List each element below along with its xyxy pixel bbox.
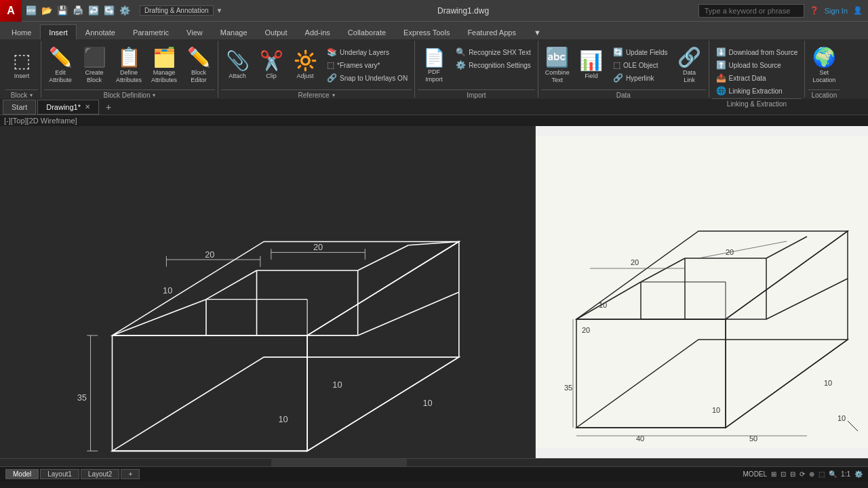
model-tab[interactable]: Model xyxy=(5,469,39,479)
location-group-items: 🌍 SetLocation xyxy=(808,41,840,88)
quick-access-toolbar: 🆕 📂 💾 🖨️ ↩️ ↪️ ⚙️ xyxy=(22,4,134,17)
create-block-icon: ⬛ xyxy=(83,48,106,67)
edit-attribute-button[interactable]: ✏️ EditAttribute xyxy=(44,43,77,88)
underlay-layers-button[interactable]: 📚 Underlay Layers xyxy=(323,46,412,58)
recognition-settings-button[interactable]: ⚙️ Recognition Settings xyxy=(452,59,535,71)
snap-icon[interactable]: ⊡ xyxy=(781,470,786,478)
open-button[interactable]: 📂 xyxy=(40,4,54,17)
block-def-label-text: Block Definition xyxy=(104,92,151,99)
underlay-layers-label: Underlay Layers xyxy=(340,49,389,56)
workspace-dropdown[interactable]: Drafting & Annotation xyxy=(140,5,214,16)
ribbon-group-block: ⬚ Insert Block ▾ xyxy=(3,41,41,98)
block-dropdown-arrow: ▾ xyxy=(30,92,33,98)
field-button[interactable]: 📊 Field xyxy=(575,43,608,88)
ortho-icon[interactable]: ⊟ xyxy=(790,470,795,478)
frames-vary-label: *Frames vary* xyxy=(337,62,380,69)
settings-button[interactable]: ⚙️ xyxy=(118,4,132,17)
tab-home[interactable]: Home xyxy=(3,24,40,39)
app-button[interactable]: A xyxy=(0,0,22,22)
ole-object-button[interactable]: ⬚ OLE Object xyxy=(609,59,672,71)
sign-in-button[interactable]: Sign In xyxy=(825,7,848,15)
tab-add-ins[interactable]: Add-ins xyxy=(296,24,339,39)
block-group-items: ⬚ Insert xyxy=(5,41,38,88)
print-button[interactable]: 🖨️ xyxy=(71,4,85,17)
recognize-shx-icon: 🔍 xyxy=(456,47,466,57)
combine-text-button[interactable]: 🔤 CombineText xyxy=(541,43,574,88)
clip-button[interactable]: ✂️ Clip xyxy=(255,43,288,88)
svg-text:20: 20 xyxy=(313,242,323,252)
linking-extraction-button[interactable]: 🌐 Linking Extraction xyxy=(712,85,802,97)
polar-icon[interactable]: ⟳ xyxy=(800,470,805,478)
redo-button[interactable]: ↪️ xyxy=(102,4,116,17)
attach-button[interactable]: 📎 Attach xyxy=(221,43,254,88)
tab-output[interactable]: Output xyxy=(256,24,296,39)
doc-tab-add[interactable]: + xyxy=(100,100,117,114)
search-input[interactable] xyxy=(698,4,804,18)
adjust-button[interactable]: 🔆 Adjust xyxy=(289,43,321,88)
tab-more[interactable]: ▼ xyxy=(525,24,550,39)
canvas-container: 20 20 35 40 50 xyxy=(0,126,868,458)
doc-tab-close[interactable]: ✕ xyxy=(85,103,90,110)
ribbon-content: ⬚ Insert Block ▾ ✏️ EditAttribute ⬛ Crea… xyxy=(0,39,868,99)
extract-data-button[interactable]: 📤 Extract Data xyxy=(712,72,802,84)
new-button[interactable]: 🆕 xyxy=(24,4,38,17)
tab-collaborate[interactable]: Collaborate xyxy=(339,24,395,39)
update-fields-button[interactable]: 🔄 Update Fields xyxy=(609,46,672,58)
tab-view[interactable]: View xyxy=(178,24,212,39)
3d-icon[interactable]: ⬚ xyxy=(818,470,825,478)
svg-text:20: 20 xyxy=(582,326,590,334)
hyperlink-label: Hyperlink xyxy=(626,75,654,82)
tab-annotate[interactable]: Annotate xyxy=(77,24,124,39)
tab-manage[interactable]: Manage xyxy=(212,24,256,39)
location-group-label: Location xyxy=(808,89,840,100)
hyperlink-button[interactable]: 🔗 Hyperlink xyxy=(609,72,672,84)
undo-button[interactable]: ↩️ xyxy=(87,4,100,17)
download-source-button[interactable]: ⬇️ Download from Source xyxy=(712,46,802,58)
layout2-tab[interactable]: Layout2 xyxy=(81,469,120,479)
set-location-button[interactable]: 🌍 SetLocation xyxy=(808,43,840,88)
combine-text-label: CombineText xyxy=(545,69,570,84)
main-area: [-][Top][2D Wireframe] xyxy=(0,115,868,458)
recognition-settings-label: Recognition Settings xyxy=(469,62,531,69)
save-button[interactable]: 💾 xyxy=(56,4,69,17)
osnap-icon[interactable]: ⊕ xyxy=(809,470,814,478)
insert-label: Insert xyxy=(14,73,30,80)
left-canvas[interactable]: 20 20 35 40 50 xyxy=(0,126,536,458)
display-settings-icon[interactable]: ⚙️ xyxy=(854,470,863,478)
svg-text:10: 10 xyxy=(837,414,846,422)
doc-tab-drawing1[interactable]: Drawing1* ✕ xyxy=(37,100,99,115)
pdf-import-icon: 📄 xyxy=(423,49,445,66)
tab-insert[interactable]: Insert xyxy=(40,24,77,39)
pdf-import-button[interactable]: 📄 PDFImport xyxy=(418,43,450,88)
help-icon[interactable]: ❓ xyxy=(810,6,819,15)
recognize-shx-label: Recognize SHX Text xyxy=(469,49,531,56)
tab-parametric[interactable]: Parametric xyxy=(124,24,178,39)
upload-source-button[interactable]: ⬆️ Upload to Source xyxy=(712,59,802,71)
grid-icon[interactable]: ⊞ xyxy=(771,470,776,478)
zoom-icon[interactable]: 🔍 xyxy=(829,470,837,478)
insert-button[interactable]: ⬚ Insert xyxy=(5,43,38,88)
block-editor-button[interactable]: ✏️ BlockEditor xyxy=(182,43,215,88)
tab-featured[interactable]: Featured Apps xyxy=(458,24,525,39)
layout1-tab[interactable]: Layout1 xyxy=(40,469,79,479)
recognize-shx-button[interactable]: 🔍 Recognize SHX Text xyxy=(452,46,535,58)
reference-group-label[interactable]: Reference ▾ xyxy=(221,89,412,100)
ribbon-group-reference: 📎 Attach ✂️ Clip 🔆 Adjust 📚 Underlay Lay… xyxy=(218,41,415,98)
attach-label: Attach xyxy=(229,73,246,80)
frames-vary-button[interactable]: ⬚ *Frames vary* xyxy=(323,59,412,71)
data-link-button[interactable]: 🔗 DataLink xyxy=(673,43,706,88)
manage-attr-icon: 🗂️ xyxy=(153,48,176,67)
account-icon[interactable]: 👤 xyxy=(853,6,863,15)
horizontal-scrollbar[interactable] xyxy=(0,458,868,466)
define-attr-icon: 📋 xyxy=(117,48,141,67)
snap-underlays-button[interactable]: 🔗 Snap to Underlays ON xyxy=(323,72,412,84)
manage-attributes-button[interactable]: 🗂️ ManageAttributes xyxy=(147,43,181,88)
tab-express[interactable]: Express Tools xyxy=(395,24,458,39)
create-block-button[interactable]: ⬛ CreateBlock xyxy=(78,43,111,88)
reference-col-right: 📚 Underlay Layers ⬚ *Frames vary* 🔗 Snap… xyxy=(323,43,412,84)
define-attributes-button[interactable]: 📋 DefineAttributes xyxy=(112,43,146,88)
svg-text:10: 10 xyxy=(423,398,433,408)
doc-tab-start[interactable]: Start xyxy=(3,100,36,115)
ole-object-icon: ⬚ xyxy=(613,60,620,70)
add-layout-tab[interactable]: + xyxy=(121,469,140,479)
